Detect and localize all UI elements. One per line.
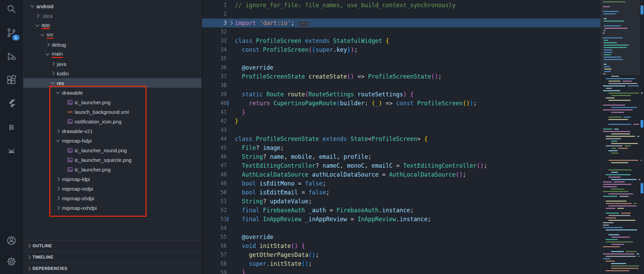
code-line[interactable]: 2: [202, 10, 644, 19]
tree-item-drawable-v21[interactable]: drawable-v21: [23, 126, 202, 136]
line-number[interactable]: 49: [215, 180, 227, 187]
line-number[interactable]: 40: [215, 100, 227, 106]
line-number[interactable]: 39: [215, 91, 227, 97]
code-line[interactable]: 36 @override: [202, 63, 644, 72]
code-line[interactable]: 57 getOtherPagesData();: [202, 250, 644, 259]
tree-item-mipmap-xxhdpi[interactable]: mipmap-xxhdpi: [23, 203, 202, 213]
minimap[interactable]: [601, 0, 644, 274]
code-line[interactable]: 49 bool isEditMono = false;: [202, 179, 644, 188]
code-line[interactable]: 34 const ProfileScreen({super.key});: [202, 45, 644, 54]
code-line[interactable]: 50 bool isEditEmail = false;: [202, 188, 644, 197]
line-number[interactable]: 53: [215, 216, 227, 222]
panel-header-outline[interactable]: OUTLINE: [23, 240, 202, 251]
code-line[interactable]: 37 ProfileScreenState createState() => P…: [202, 72, 644, 81]
code-line[interactable]: 44class ProfileScreenState extends State…: [202, 134, 644, 143]
code-line[interactable]: 41 }: [202, 108, 644, 117]
tree-item-mipmap-hdpi[interactable]: mipmap-hdpi: [23, 136, 202, 145]
tree-item-mipmap-mdpi[interactable]: mipmap-mdpi: [23, 184, 202, 193]
tree-item-label: .idea: [41, 13, 53, 19]
code-line[interactable]: 33class ProfileScreen extends StatefulWi…: [202, 36, 644, 45]
code-line[interactable]: 45 File? image;: [202, 143, 644, 152]
tree-item-launch-background-xml[interactable]: </>launch_background.xml: [23, 107, 202, 117]
search-icon[interactable]: [3, 1, 20, 17]
code-line[interactable]: 58 super.initState();: [202, 259, 644, 268]
accounts-icon[interactable]: [3, 232, 20, 249]
line-number[interactable]: 32: [215, 29, 227, 35]
code-line[interactable]: 56 void initState() {: [202, 241, 644, 250]
code-line[interactable]: 35: [202, 54, 644, 63]
code-line[interactable]: 42}: [202, 117, 644, 126]
code-line[interactable]: 46 String? name, mobile, email, profile;: [202, 152, 644, 161]
tree-item-kotlin[interactable]: kotlin: [23, 69, 202, 78]
line-number[interactable]: 41: [215, 109, 227, 115]
line-number[interactable]: 43: [215, 127, 227, 133]
line-number[interactable]: 52: [215, 207, 227, 213]
line-number[interactable]: 56: [215, 243, 227, 249]
code-line[interactable]: 32: [202, 27, 644, 36]
line-number[interactable]: 37: [215, 73, 227, 80]
tree-item-app[interactable]: app: [23, 21, 202, 30]
line-number[interactable]: 46: [215, 154, 227, 160]
extensions-icon[interactable]: [3, 72, 20, 88]
line-number[interactable]: 54: [215, 225, 227, 231]
code-line[interactable]: 3import 'dart:io';···: [202, 19, 644, 27]
tree-item-ic-launcher-squircle-png[interactable]: ic_launcher_squircle.png: [23, 155, 202, 165]
line-number[interactable]: 36: [215, 64, 227, 71]
code-line[interactable]: 43: [202, 126, 644, 134]
android-icon[interactable]: [3, 143, 20, 159]
line-number[interactable]: 3: [215, 20, 227, 26]
line-number[interactable]: 33: [215, 38, 227, 44]
line-number[interactable]: 45: [215, 145, 227, 151]
fold-chevron-icon[interactable]: [227, 22, 235, 24]
code-line[interactable]: 51 String? updateValue;: [202, 197, 644, 206]
tree-item-android[interactable]: android: [23, 1, 202, 11]
line-number[interactable]: 58: [215, 261, 227, 267]
tree-item-ic-launcher-round-png[interactable]: ic_launcher_round.png: [23, 145, 202, 155]
code-line[interactable]: 59 }: [202, 268, 644, 274]
code-line[interactable]: 39 static Route route(RouteSettings rout…: [202, 90, 644, 99]
overview-ruler[interactable]: [640, 0, 644, 274]
line-number[interactable]: 55: [215, 234, 227, 240]
tree-item-res[interactable]: res: [23, 78, 202, 88]
code-line[interactable]: 54: [202, 224, 644, 233]
line-number[interactable]: 38: [215, 82, 227, 88]
line-number[interactable]: 47: [215, 163, 227, 169]
code-line[interactable]: 48 AuthLocalDataSource authLocalDataSour…: [202, 170, 644, 179]
tree-item-java[interactable]: java: [23, 59, 202, 69]
line-number[interactable]: 1: [215, 2, 227, 8]
b-extension-icon[interactable]: B: [3, 119, 20, 135]
code-line[interactable]: 53 final InAppReview _inAppReview = InAp…: [202, 215, 644, 224]
tree-item-notification-icon-png[interactable]: notification_icon.png: [23, 117, 202, 126]
line-number[interactable]: 34: [215, 47, 227, 53]
line-number[interactable]: 35: [215, 56, 227, 62]
line-number[interactable]: 42: [215, 118, 227, 124]
code-line[interactable]: 40 return CupertinoPageRoute(builder: (_…: [202, 99, 644, 108]
panel-header-dependencies[interactable]: DEPENDENCIES: [23, 263, 202, 274]
panel-header-timeline[interactable]: TIMELINE: [23, 251, 202, 263]
tree-item-debug[interactable]: debug: [23, 40, 202, 49]
flutter-icon[interactable]: [3, 95, 20, 112]
tree-item-mipmap-ldpi[interactable]: mipmap-ldpi: [23, 174, 202, 184]
source-control-icon[interactable]: 1: [3, 24, 20, 41]
tree-item-src[interactable]: src: [23, 30, 202, 40]
line-number[interactable]: 2: [215, 11, 227, 17]
line-number[interactable]: 51: [215, 198, 227, 204]
code-line[interactable]: 1// ignore_for_file: file_names, use_bui…: [202, 1, 644, 10]
code-line[interactable]: 52 final FirebaseAuth _auth = FirebaseAu…: [202, 206, 644, 215]
tree-item-mipmap-xhdpi[interactable]: mipmap-xhdpi: [23, 193, 202, 203]
settings-icon[interactable]: [3, 253, 20, 270]
tree-item-idea[interactable]: .idea: [23, 11, 202, 21]
tree-item-ic-launcher-png[interactable]: ic_launcher.png: [23, 97, 202, 107]
line-number[interactable]: 59: [215, 270, 227, 274]
line-number[interactable]: 48: [215, 171, 227, 178]
code-line[interactable]: 55 @override: [202, 233, 644, 241]
run-debug-icon[interactable]: [3, 48, 20, 64]
code-line[interactable]: 38: [202, 81, 644, 90]
line-number[interactable]: 50: [215, 189, 227, 195]
code-line[interactable]: 47 TextEditingController? nameC, monoC, …: [202, 161, 644, 170]
line-number[interactable]: 57: [215, 252, 227, 258]
line-number[interactable]: 44: [215, 136, 227, 142]
tree-item-drawable[interactable]: drawable: [23, 88, 202, 97]
tree-item-main[interactable]: main: [23, 49, 202, 59]
tree-item-ic-launcher-png[interactable]: ic_launcher.png: [23, 165, 202, 174]
